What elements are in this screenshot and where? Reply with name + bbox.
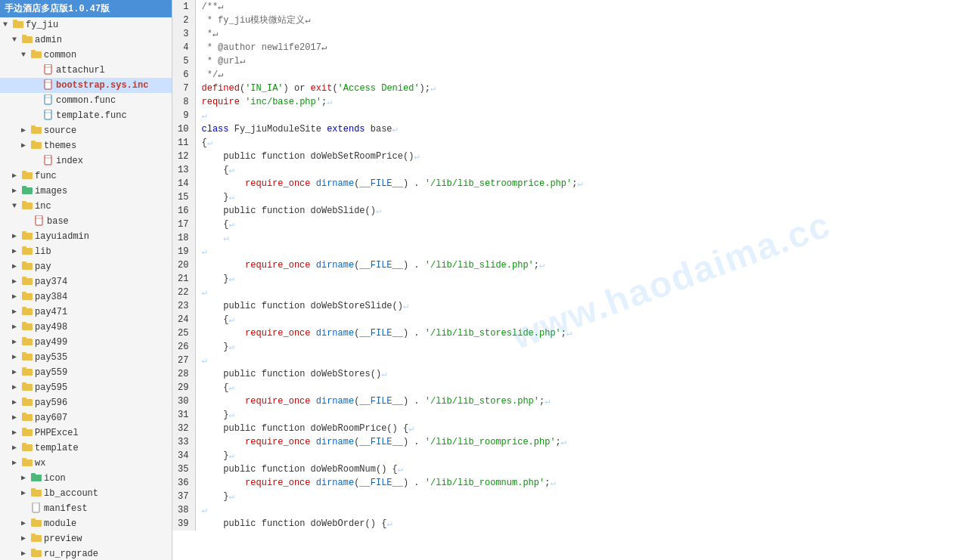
sidebar-item-inc[interactable]: ▼inc [0, 199, 172, 214]
sidebar-item-manifest[interactable]: manifest [0, 501, 172, 516]
code-row-1: 1/**↵ [172, 0, 968, 14]
sidebar-item-pay607[interactable]: ▶pay607 [0, 410, 172, 425]
sidebar-item-PHPExcel[interactable]: ▶PHPExcel [0, 425, 172, 441]
sidebar-item-pay471[interactable]: ▶pay471 [0, 305, 172, 320]
code-content: require 'inc/base.php';↵ [195, 95, 968, 109]
sidebar-item-pay384[interactable]: ▶pay384 [0, 289, 172, 305]
sidebar-item-lib[interactable]: ▶lib [0, 244, 172, 259]
sidebar-item-root-fy_jiu[interactable]: ▼fy_jiu [0, 17, 172, 32]
sidebar-item-index[interactable]: index [0, 153, 172, 169]
sidebar-item-preview[interactable]: ▶preview [0, 531, 172, 546]
tree-arrow-icon: ▶ [12, 184, 21, 198]
sidebar-item-pay[interactable]: ▶pay [0, 259, 172, 274]
sidebar-item-admin[interactable]: ▼admin [0, 32, 172, 48]
sidebar-item-base[interactable]: base [0, 214, 172, 229]
code-content: * fy_jiu模块微站定义↵ [195, 14, 968, 27]
line-number: 20 [172, 258, 195, 272]
sidebar-item-bootstrap.sys.inc[interactable]: bootstrap.sys.inc [0, 78, 172, 93]
sidebar-item-pay498[interactable]: ▶pay498 [0, 320, 172, 335]
sidebar-item-ru_rpgrade[interactable]: ▶ru_rpgrade [0, 546, 172, 560]
tree-label: images [35, 184, 67, 198]
svg-rect-21 [22, 171, 26, 174]
sidebar-item-pay499[interactable]: ▶pay499 [0, 335, 172, 350]
sidebar-item-images[interactable]: ▶images [0, 184, 172, 199]
sidebar-item-common.func[interactable]: common.func [0, 93, 172, 108]
code-row-6: 6 */↵ [172, 68, 968, 82]
code-editor: www.haodaima.cc 1/**↵2 * fy_jiu模块微站定义↵3 … [172, 0, 968, 560]
svg-rect-29 [22, 231, 26, 234]
svg-rect-8 [45, 79, 51, 89]
code-content: }↵ [195, 340, 968, 354]
tree-arrow-icon: ▶ [21, 547, 30, 560]
tree-file-icon [21, 306, 33, 318]
tree-file-icon [21, 200, 33, 212]
sidebar-item-layuiadmin[interactable]: ▶layuiadmin [0, 229, 172, 244]
svg-rect-10 [45, 94, 51, 104]
code-row-19: 19↵ [172, 245, 968, 258]
line-number: 3 [172, 27, 195, 41]
code-content: public function doWebOrder() {↵ [195, 517, 968, 531]
sidebar-item-module[interactable]: ▶module [0, 516, 172, 531]
sidebar-item-template[interactable]: ▶template [0, 441, 172, 456]
tree-arrow-icon: ▶ [12, 441, 21, 455]
code-row-30: 30 require_once dirname(__FILE__) . '/li… [172, 394, 968, 408]
tree-file-icon [30, 503, 42, 515]
code-content: defined('IN_IA') or exit('Access Denied'… [195, 82, 968, 95]
sidebar-item-source[interactable]: ▶source [0, 123, 172, 138]
sidebar-item-common[interactable]: ▼common [0, 48, 172, 63]
line-number: 17 [172, 218, 195, 231]
sidebar-item-template.func[interactable]: template.func [0, 108, 172, 123]
line-number: 12 [172, 150, 195, 163]
svg-rect-33 [22, 261, 26, 265]
sidebar-item-pay535[interactable]: ▶pay535 [0, 350, 172, 365]
tree-file-icon [21, 382, 33, 394]
code-row-3: 3 *↵ [172, 27, 968, 41]
code-content: ↵ [195, 503, 968, 517]
sidebar-item-func[interactable]: ▶func [0, 169, 172, 184]
code-content: public function doWebStores()↵ [195, 367, 968, 381]
tree-file-icon [30, 518, 42, 530]
file-tree[interactable]: 手边酒店多店版1.0.47版▼fy_jiu▼admin▼commonattach… [0, 0, 172, 560]
code-content: class Fy_jiuModuleSite extends base↵ [195, 122, 968, 136]
tree-arrow-icon: ▶ [21, 532, 30, 546]
tree-file-icon [30, 49, 42, 61]
sidebar-item-themes[interactable]: ▶themes [0, 138, 172, 153]
tree-arrow-icon: ▶ [12, 305, 21, 319]
line-number: 7 [172, 82, 195, 95]
svg-rect-31 [22, 246, 26, 249]
tree-file-icon [42, 110, 54, 122]
sidebar-item-pay596[interactable]: ▶pay596 [0, 395, 172, 410]
code-row-22: 22↵ [172, 286, 968, 299]
sidebar-item-icon[interactable]: ▶icon [0, 471, 172, 486]
code-content: require_once dirname(__FILE__) . '/lib/l… [195, 435, 968, 449]
line-number: 23 [172, 299, 195, 313]
tree-label: lb_account [44, 487, 98, 500]
tree-file-icon [42, 94, 54, 107]
tree-arrow-icon: ▶ [21, 487, 30, 500]
sidebar-item-pay559[interactable]: ▶pay559 [0, 365, 172, 380]
svg-rect-5 [31, 50, 36, 53]
tree-label: pay471 [35, 305, 67, 319]
tree-file-icon [30, 140, 42, 152]
sidebar-item-wx[interactable]: ▶wx [0, 456, 172, 471]
code-row-14: 14 require_once dirname(__FILE__) . '/li… [172, 177, 968, 190]
svg-rect-64 [33, 503, 39, 512]
code-content: /**↵ [195, 0, 968, 14]
line-number: 35 [172, 463, 195, 476]
tree-label: manifest [44, 502, 88, 515]
tree-label: inc [35, 200, 51, 213]
sidebar-item-lb_account[interactable]: ▶lb_account [0, 486, 172, 501]
tree-file-icon [21, 170, 33, 182]
code-content: ↵ [195, 286, 968, 299]
sidebar-item-pay374[interactable]: ▶pay374 [0, 274, 172, 289]
tree-file-icon [21, 185, 33, 197]
line-number: 13 [172, 163, 195, 177]
line-number: 14 [172, 177, 195, 190]
sidebar-item-pay595[interactable]: ▶pay595 [0, 380, 172, 395]
code-row-16: 16 public function doWebSlide()↵ [172, 204, 968, 218]
tree-file-icon [21, 34, 33, 46]
sidebar-title: 手边酒店多店版1.0.47版 [0, 0, 172, 17]
tree-label: PHPExcel [35, 426, 79, 440]
code-row-7: 7defined('IN_IA') or exit('Access Denied… [172, 82, 968, 95]
sidebar-item-attachurl[interactable]: attachurl [0, 63, 172, 78]
